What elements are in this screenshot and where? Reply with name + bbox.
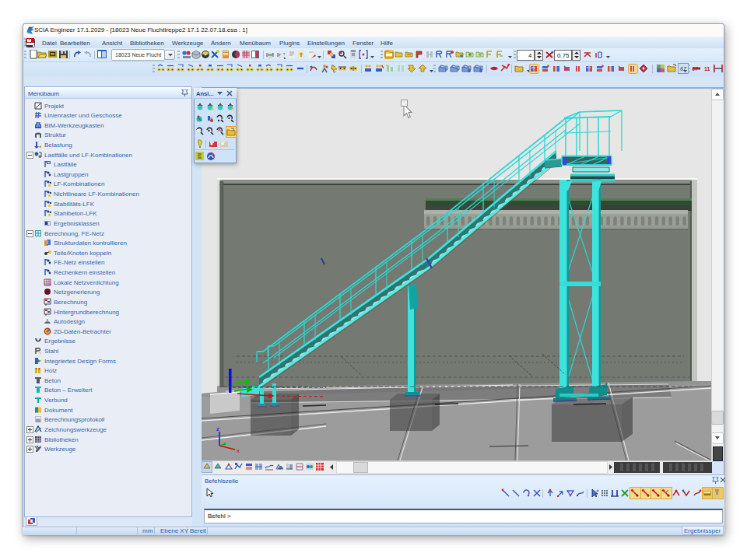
svg-text:x: x: [237, 447, 240, 454]
svg-text:z: z: [216, 425, 219, 432]
